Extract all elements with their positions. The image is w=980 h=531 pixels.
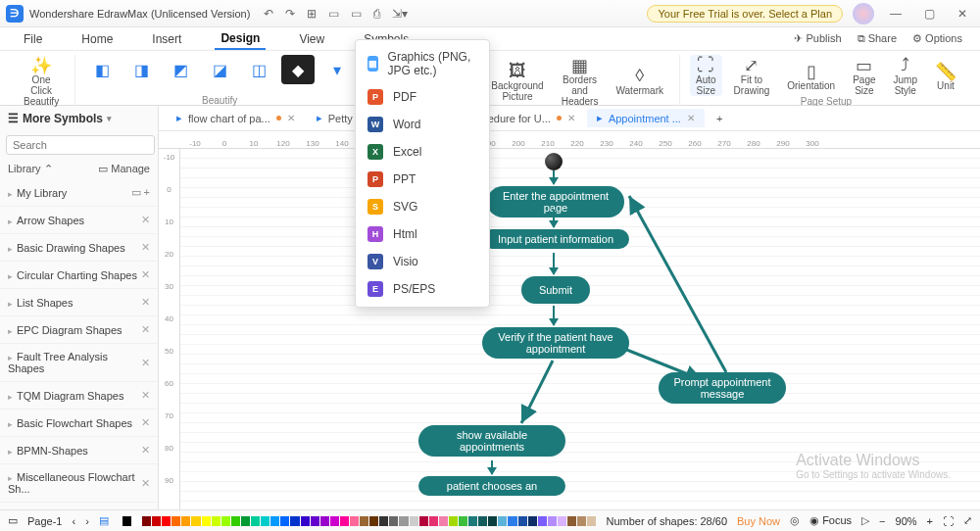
swatch[interactable]: [369, 516, 378, 526]
theme-style-2[interactable]: ◨: [124, 55, 158, 84]
swatch[interactable]: [577, 516, 586, 526]
page-selector[interactable]: Page-1: [27, 515, 62, 527]
swatch[interactable]: [290, 516, 299, 526]
swatch[interactable]: [538, 516, 547, 526]
borders-headers-button[interactable]: ▦Borders and Headers: [556, 55, 605, 107]
symbol-search-input[interactable]: [6, 135, 155, 155]
open-icon[interactable]: ▭: [328, 7, 339, 21]
shape-showavail[interactable]: show available appointments: [418, 425, 565, 457]
swatch[interactable]: [449, 516, 458, 526]
swatch[interactable]: [389, 516, 398, 526]
swatch[interactable]: [241, 516, 250, 526]
swatch[interactable]: [212, 516, 220, 526]
shape-prompt[interactable]: Prompt appointment message: [659, 372, 786, 404]
swatch[interactable]: [191, 516, 200, 526]
menu-file[interactable]: File: [18, 29, 48, 49]
category-item[interactable]: ▸BPMN-Shapes✕: [0, 437, 158, 464]
my-library-item[interactable]: ▸My Library ▭ +: [0, 179, 158, 207]
page-thumb-icon[interactable]: ▤: [99, 514, 109, 527]
category-item[interactable]: ▸Miscellaneous Flowchart Sh...✕: [0, 464, 158, 503]
export-ps-eps[interactable]: EPS/EPS: [356, 275, 489, 303]
trial-banner[interactable]: Your Free Trial is over. Select a Plan: [647, 5, 843, 23]
category-item[interactable]: ▸Fault Tree Analysis Shapes✕: [0, 344, 158, 382]
export-html[interactable]: HHtml: [356, 220, 489, 248]
swatch[interactable]: [528, 516, 537, 526]
swatch[interactable]: [231, 516, 240, 526]
menu-view[interactable]: View: [293, 29, 330, 49]
swatch[interactable]: [132, 516, 141, 526]
swatch[interactable]: [478, 516, 487, 526]
watermark-button[interactable]: ◊Watermark: [610, 66, 669, 96]
unit-button[interactable]: 📏Unit: [929, 61, 962, 91]
background-picture-button[interactable]: 🖼Background Picture: [485, 61, 549, 102]
theme-style-4[interactable]: ◪: [203, 55, 236, 84]
export-svg[interactable]: SSVG: [356, 193, 489, 220]
auto-size-button[interactable]: ⛶Auto Size: [690, 55, 722, 96]
page-nav-left[interactable]: ‹: [72, 515, 75, 527]
new-icon[interactable]: ⊞: [307, 7, 317, 21]
swatch[interactable]: [251, 516, 260, 526]
color-palette[interactable]: [122, 516, 597, 526]
buy-now-link[interactable]: Buy Now: [737, 515, 780, 527]
publish-button[interactable]: ✈ Publish: [794, 32, 841, 45]
swatch[interactable]: [172, 516, 180, 526]
swatch[interactable]: [162, 516, 171, 526]
theme-more[interactable]: ▾: [320, 55, 354, 84]
menu-insert[interactable]: Insert: [146, 29, 187, 49]
page-size-button[interactable]: ▭Page Size: [847, 55, 881, 96]
swatch[interactable]: [301, 516, 310, 526]
fullscreen-icon[interactable]: ⤢: [963, 514, 972, 527]
menu-home[interactable]: Home: [75, 29, 119, 49]
theme-style-1[interactable]: ◧: [85, 55, 119, 84]
swatch[interactable]: [498, 516, 507, 526]
category-item[interactable]: ▸Arrow Shapes✕: [0, 207, 158, 234]
swatch[interactable]: [468, 516, 477, 526]
save-icon[interactable]: ▭: [351, 7, 362, 21]
doc-tab[interactable]: ▸Appointment ...✕: [587, 109, 705, 127]
category-item[interactable]: ▸EPC Diagram Shapes✕: [0, 316, 158, 344]
export-icon[interactable]: ⇲▾: [392, 7, 408, 21]
swatch[interactable]: [419, 516, 428, 526]
swatch[interactable]: [488, 516, 497, 526]
manage-button[interactable]: ▭ Manage: [98, 163, 150, 175]
category-item[interactable]: ▸Basic Drawing Shapes✕: [0, 234, 158, 262]
export-excel[interactable]: XExcel: [356, 138, 489, 166]
swatch[interactable]: [379, 516, 388, 526]
zoom-out[interactable]: −: [879, 515, 885, 527]
swatch[interactable]: [518, 516, 527, 526]
export-pdf[interactable]: PPDF: [356, 83, 489, 111]
close-icon[interactable]: ✕: [951, 7, 974, 21]
swatch[interactable]: [122, 516, 131, 526]
swatch[interactable]: [459, 516, 467, 526]
print-icon[interactable]: ⎙: [373, 7, 380, 21]
outline-toggle-icon[interactable]: ▭: [8, 514, 18, 527]
swatch[interactable]: [142, 516, 151, 526]
export-ppt[interactable]: PPPT: [356, 166, 489, 193]
share-button[interactable]: ⧉ Share: [858, 32, 897, 45]
swatch[interactable]: [270, 516, 279, 526]
theme-style-5[interactable]: ◫: [242, 55, 275, 84]
swatch[interactable]: [587, 516, 596, 526]
page-nav-right[interactable]: ›: [85, 515, 89, 527]
theme-style-3[interactable]: ◩: [164, 55, 197, 84]
swatch[interactable]: [152, 516, 161, 526]
options-button[interactable]: ⚙ Options: [912, 32, 962, 45]
maximize-icon[interactable]: ▢: [917, 7, 941, 21]
shape-verify[interactable]: Verify if the patient have appointment: [482, 327, 629, 359]
shape-input[interactable]: Input patient information: [482, 229, 629, 249]
user-avatar[interactable]: [853, 3, 874, 24]
doc-tab[interactable]: ▸flow chart of pa...✕: [167, 109, 305, 127]
swatch[interactable]: [567, 516, 576, 526]
undo-icon[interactable]: ↶: [264, 7, 273, 21]
swatch[interactable]: [280, 516, 289, 526]
redo-icon[interactable]: ↷: [285, 7, 295, 21]
swatch[interactable]: [340, 516, 349, 526]
shape-choose[interactable]: patient chooses an: [418, 476, 565, 496]
swatch[interactable]: [320, 516, 329, 526]
target-icon[interactable]: ◎: [790, 514, 800, 527]
swatch[interactable]: [399, 516, 408, 526]
swatch[interactable]: [261, 516, 270, 526]
swatch[interactable]: [439, 516, 448, 526]
export-word[interactable]: WWord: [356, 111, 489, 138]
category-item[interactable]: ▸TQM Diagram Shapes✕: [0, 382, 158, 410]
